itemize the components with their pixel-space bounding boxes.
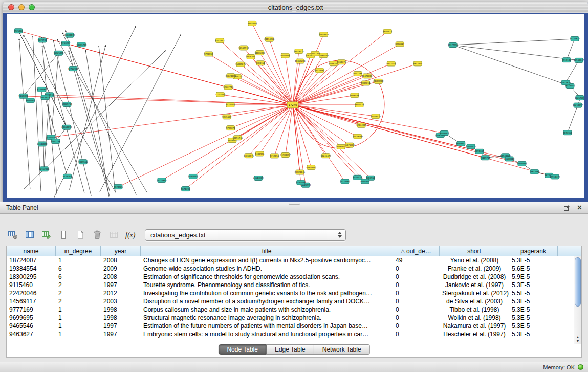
graph-node[interactable]: 19741324 — [310, 51, 321, 56]
tab-edge-table[interactable]: Edge Table — [267, 344, 314, 355]
graph-node[interactable]: 9012738 — [51, 139, 60, 144]
graph-node[interactable]: 12844989 — [356, 123, 367, 127]
graph-node[interactable]: 21021836 — [560, 80, 571, 85]
table-row[interactable]: 1872400712008Changes of HCN gene express… — [7, 256, 581, 265]
graph-node[interactable]: 15583425 — [371, 114, 381, 119]
column-header-short[interactable]: short — [440, 246, 509, 256]
table-row[interactable]: 911546021997Tourette syndrome. Phenomeno… — [7, 281, 581, 289]
float-panel-icon[interactable] — [563, 205, 570, 211]
graph-node[interactable]: 14058615 — [318, 32, 329, 37]
graph-node[interactable]: 19065731 — [62, 102, 73, 106]
show-columns-button[interactable] — [23, 229, 36, 241]
graph-node[interactable]: 9832025 — [413, 61, 422, 66]
graph-node[interactable]: 18813684 — [529, 169, 540, 174]
graph-node[interactable]: 9333355 — [387, 61, 396, 66]
graph-node[interactable]: 24388288 — [373, 79, 384, 83]
column-header-year[interactable]: year — [101, 246, 141, 256]
graph-node[interactable]: 16267681 — [575, 96, 584, 100]
graph-node[interactable]: 23608178 — [64, 33, 75, 37]
graph-node[interactable]: 9091337 — [475, 149, 484, 154]
graph-node[interactable]: 22152926 — [39, 167, 50, 171]
graph-node[interactable]: 12722940 — [68, 67, 79, 71]
table-row[interactable]: 1938455462009Genome-wide association stu… — [7, 265, 581, 273]
graph-node[interactable]: 20564098 — [61, 125, 72, 129]
scroll-down-icon[interactable]: ▼ — [576, 339, 580, 343]
graph-node[interactable]: 9441786 — [353, 71, 362, 76]
column-header-name[interactable]: name — [7, 246, 56, 256]
table-row[interactable]: 969969511998Structural magnetic resonanc… — [7, 314, 581, 322]
graph-node[interactable]: 9862428 — [355, 103, 364, 107]
graph-node[interactable]: 9733297 — [61, 41, 71, 46]
graph-node[interactable]: 9472402 — [226, 103, 235, 107]
graph-node[interactable]: 24824845 — [295, 170, 306, 174]
graph-node[interactable]: 9442174 — [353, 175, 362, 180]
scroll-up-icon[interactable]: ▲ — [576, 335, 580, 339]
edit-table-button[interactable] — [40, 229, 53, 241]
close-panel-icon[interactable]: × — [577, 204, 582, 212]
graph-node[interactable]: 16073403 — [344, 143, 355, 147]
graph-node[interactable]: 9015315 — [40, 95, 50, 100]
graph-node[interactable]: 19177957 — [448, 43, 459, 48]
graph-node[interactable]: 10245479 — [321, 154, 332, 158]
graph-node[interactable]: 9790987 — [395, 42, 404, 47]
graph-node[interactable]: 22558409 — [353, 134, 363, 139]
table-scrollbar[interactable]: ▲ ▼ — [574, 256, 581, 344]
function-builder-button[interactable]: f(x) — [124, 229, 138, 241]
column-header-out_de[interactable]: △out_de… — [393, 246, 440, 256]
column-header-in_degree[interactable]: in_degree — [56, 246, 101, 256]
graph-node[interactable]: 18455284 — [295, 59, 306, 63]
graph-node[interactable]: 13525055 — [53, 51, 64, 55]
graph-node[interactable]: 9338375 — [337, 60, 346, 64]
graph-node[interactable]: 9049556 — [78, 160, 88, 164]
graph-node[interactable]: 10515749 — [76, 42, 87, 47]
graph-node[interactable]: 24614069 — [253, 176, 264, 181]
graph-node[interactable]: 15207675 — [235, 62, 246, 67]
graph-node[interactable]: 9296027 — [336, 144, 345, 149]
graph-node[interactable]: 9580502 — [440, 131, 449, 136]
table-row[interactable]: 2242004622012Investigating the contribut… — [7, 289, 581, 297]
table-row[interactable]: 977716911998Corpus callosum shape and si… — [7, 305, 581, 314]
delete-column-button[interactable] — [91, 229, 104, 241]
graph-node[interactable]: 24012171 — [244, 154, 254, 158]
graph-node[interactable]: 9097567 — [26, 98, 35, 103]
graph-node[interactable]: 16978421 — [294, 49, 304, 54]
network-view[interactable]: 9862428155834251284498922558409160734039… — [7, 14, 584, 198]
graph-node[interactable]: 9178765 — [114, 185, 123, 189]
table-row[interactable]: 946362711997Embryonic stem cells: a mode… — [7, 330, 581, 338]
graph-node[interactable]: 9778819 — [204, 52, 213, 56]
graph-node[interactable]: 24114236 — [264, 37, 275, 41]
graph-node[interactable]: 11982972 — [466, 144, 476, 149]
graph-node[interactable]: 9143089 — [37, 87, 47, 92]
row-options-button[interactable] — [57, 229, 70, 241]
splitter-handle[interactable] — [289, 203, 300, 205]
graph-node[interactable]: 9009011 — [361, 81, 371, 85]
graph-node[interactable]: 24346098 — [37, 142, 48, 146]
graph-node[interactable]: 11725062 — [340, 179, 351, 184]
graph-node[interactable]: 9139380 — [19, 94, 28, 98]
graph-node[interactable]: 9791074 — [226, 126, 235, 130]
graph-node[interactable]: 9408996 — [255, 151, 265, 156]
graph-node[interactable]: 9357903 — [215, 38, 225, 43]
window-titlebar[interactable]: citations_edges.txt — [3, 2, 588, 13]
graph-node[interactable]: 9647012 — [383, 29, 392, 34]
graph-node[interactable]: 9925462 — [14, 29, 23, 33]
graph-node[interactable]: 23624888 — [226, 74, 236, 78]
graph-node[interactable]: 19914472 — [550, 174, 560, 179]
graph-node[interactable]: 10851745 — [232, 136, 243, 140]
graph-node[interactable]: 19320481 — [314, 68, 325, 73]
graph-node[interactable]: 20478083 — [362, 74, 373, 78]
graph-node[interactable]: 16534047 — [574, 58, 584, 62]
graph-node[interactable]: 21721872 — [570, 36, 580, 41]
tab-node-table[interactable]: Node Table — [218, 344, 267, 355]
graph-node[interactable]: 19489710 — [480, 156, 491, 160]
table-row[interactable]: 1830029562008Estimation of significance … — [7, 273, 581, 281]
graph-node[interactable]: 9176167 — [63, 174, 72, 179]
graph-node[interactable]: 9028394 — [246, 54, 255, 59]
graph-node[interactable]: 9384151 — [256, 61, 265, 65]
graph-node[interactable]: 9911182 — [562, 58, 571, 62]
graph-node[interactable]: 9790672 — [456, 141, 466, 146]
graph-node[interactable]: 9077360 — [563, 130, 572, 135]
graph-node[interactable]: 9379741 — [38, 38, 47, 42]
graph-node[interactable]: 11908757 — [280, 153, 291, 158]
graph-node[interactable]: 11006806 — [255, 51, 266, 55]
